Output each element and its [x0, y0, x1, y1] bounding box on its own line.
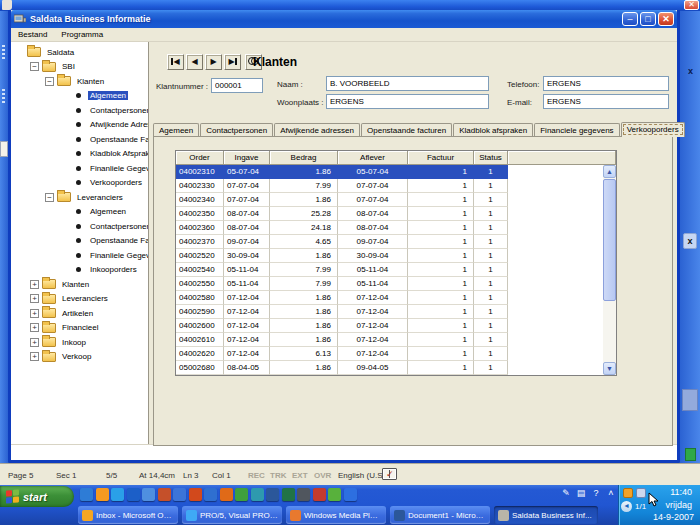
background-scrollbar-thumb[interactable]: [682, 389, 698, 411]
column-header-factuur[interactable]: Factuur: [408, 151, 474, 165]
quicklaunch-icon-3[interactable]: [111, 488, 124, 501]
close-icon[interactable]: x: [688, 66, 693, 76]
tray-icon-2[interactable]: ▤: [575, 488, 587, 498]
expand-toggle-icon[interactable]: +: [30, 294, 39, 303]
quicklaunch-icon-12[interactable]: [251, 488, 264, 501]
quicklaunch-icon-16[interactable]: [313, 488, 326, 501]
app-titlebar[interactable]: Saldata Business Informatie – □ ✕: [11, 10, 677, 28]
expand-toggle-icon[interactable]: +: [30, 338, 39, 347]
tree-item-inkoop[interactable]: +Inkoop: [11, 335, 148, 350]
first-record-button[interactable]: ◀: [167, 54, 184, 70]
tree-item-verkoop[interactable]: +Verkoop: [11, 350, 148, 365]
naam-field[interactable]: [326, 76, 489, 91]
table-row-05002680[interactable]: 0500268008-04-051.8609-04-0511: [176, 361, 603, 375]
scroll-down-icon[interactable]: ▼: [603, 362, 616, 375]
tree-item-kladblok-afspraken[interactable]: Kladblok Afspraken: [11, 147, 148, 162]
quicklaunch-icon-8[interactable]: [189, 488, 202, 501]
email-field[interactable]: [543, 94, 669, 109]
expand-toggle-icon[interactable]: +: [30, 323, 39, 332]
status-mode-ovr[interactable]: OVR: [314, 471, 331, 480]
tray-icon-3[interactable]: ?: [590, 488, 602, 498]
tree-item-finanliele-gegevens[interactable]: Finanliele Gegevens: [11, 161, 148, 176]
quicklaunch-icon-2[interactable]: [96, 488, 109, 501]
menu-bestand[interactable]: Bestand: [11, 30, 54, 39]
status-mode-ext[interactable]: EXT: [292, 471, 308, 480]
tree-item-klanten[interactable]: −Klanten: [11, 74, 148, 89]
tab-openstaande-facturen[interactable]: Openstaande facturen: [361, 123, 452, 137]
quicklaunch-icon-17[interactable]: [328, 488, 341, 501]
table-row-04002310[interactable]: 0400231005-07-041.8605-07-0411: [176, 165, 603, 179]
quicklaunch-icon-15[interactable]: [297, 488, 310, 501]
tab-agemeen[interactable]: Agemeen: [153, 123, 199, 137]
collapse-toggle-icon[interactable]: −: [45, 77, 54, 86]
telefoon-field[interactable]: [543, 76, 669, 91]
background-close-icon[interactable]: ✕: [684, 0, 699, 10]
tray-outlook-icon[interactable]: [623, 488, 633, 498]
tree-item-inkooporders[interactable]: Inkooporders: [11, 263, 148, 278]
tray-icon-4[interactable]: ˄: [605, 488, 617, 498]
table-row-04002330[interactable]: 0400233007-07-047.9907-07-0411: [176, 179, 603, 193]
tree-item-artikelen[interactable]: +Artikelen: [11, 306, 148, 321]
quicklaunch-icon-11[interactable]: [235, 488, 248, 501]
quicklaunch-icon-10[interactable]: [220, 488, 233, 501]
maximize-button[interactable]: □: [640, 12, 656, 26]
previous-record-button[interactable]: ◀: [186, 54, 203, 70]
taskbar-button-document1-microso[interactable]: Document1 - Microso...: [390, 506, 490, 524]
column-header-order[interactable]: Order: [176, 151, 224, 165]
table-row-04002520[interactable]: 0400252030-09-041.8630-09-0411: [176, 249, 603, 263]
spellcheck-book-icon[interactable]: [382, 468, 397, 480]
tray-icon-1[interactable]: ✎: [560, 488, 572, 498]
table-row-04002360[interactable]: 0400236008-07-0424.1808-07-0411: [176, 221, 603, 235]
quicklaunch-icon-9[interactable]: [204, 488, 217, 501]
tree-item-sbi[interactable]: −SBI: [11, 60, 148, 75]
quicklaunch-icon-18[interactable]: [344, 488, 357, 501]
collapse-toggle-icon[interactable]: −: [45, 193, 54, 202]
quicklaunch-icon-14[interactable]: [282, 488, 295, 501]
tree-item-financieel[interactable]: +Financieel: [11, 321, 148, 336]
last-record-button[interactable]: ▶: [224, 54, 241, 70]
tree-item-algemeen[interactable]: Algemeen: [11, 205, 148, 220]
taskbar-button-windows-media-player[interactable]: Windows Media Player: [286, 506, 386, 524]
tab-financiele-gegevens[interactable]: Financiele gegevens: [534, 123, 619, 137]
tree-item-openstaande-facturen[interactable]: Openstaande Facturen: [11, 132, 148, 147]
column-header-ingave[interactable]: Ingave: [224, 151, 270, 165]
taskbar-button-pro-5-visual-pro-5[interactable]: PRO/5, Visual PRO/5...: [182, 506, 282, 524]
menu-programma[interactable]: Programma: [54, 30, 110, 39]
tray-display-icon[interactable]: [636, 488, 646, 498]
column-header-bedrag[interactable]: Bedrag: [270, 151, 338, 165]
tree-item-saldata[interactable]: Saldata: [11, 45, 148, 60]
next-record-button[interactable]: ▶: [205, 54, 222, 70]
quicklaunch-icon-4[interactable]: [127, 488, 140, 501]
toolbar-gripper[interactable]: [2, 89, 5, 105]
tree-item-klanten[interactable]: +Klanten: [11, 277, 148, 292]
table-row-04002370[interactable]: 0400237009-07-044.6509-07-0411: [176, 235, 603, 249]
tree-item-afwijkende-adressen[interactable]: Afwijkende Adressen: [11, 118, 148, 133]
tab-kladblok-afspraken[interactable]: Kladblok afspraken: [453, 123, 533, 137]
expand-toggle-icon[interactable]: +: [30, 352, 39, 361]
grid-scrollbar[interactable]: ▲ ▼: [603, 165, 616, 375]
start-button[interactable]: start: [0, 486, 74, 507]
tree-item-openstaande-facturen[interactable]: Openstaande Facturen: [11, 234, 148, 249]
expand-toggle-icon[interactable]: +: [30, 280, 39, 289]
table-row-04002550[interactable]: 0400255005-11-047.9905-11-0411: [176, 277, 603, 291]
taskbar-button-saldata-business-inf[interactable]: Saldata Business Inf...: [494, 506, 598, 524]
table-row-04002600[interactable]: 0400260007-12-041.8607-12-0411: [176, 319, 603, 333]
background-toolbar-button[interactable]: [0, 141, 8, 157]
tree-item-verkooporders[interactable]: Verkooporders: [11, 176, 148, 191]
tree-item-algemeen[interactable]: Algemeen: [11, 89, 148, 104]
close-button[interactable]: ✕: [658, 12, 674, 26]
tab-verkooporders[interactable]: Verkooporders: [621, 122, 685, 137]
toolbar-gripper[interactable]: [2, 45, 5, 61]
tab-afwijkende-adressen[interactable]: Afwijkende adressen: [274, 123, 360, 137]
quicklaunch-icon-1[interactable]: [80, 488, 93, 501]
tab-contactpersonen[interactable]: Contactpersonen: [200, 123, 273, 137]
table-row-04002340[interactable]: 0400234007-07-041.8607-07-0411: [176, 193, 603, 207]
quicklaunch-icon-13[interactable]: [266, 488, 279, 501]
table-row-04002580[interactable]: 0400258007-12-041.8607-12-0411: [176, 291, 603, 305]
taskbar-button-inbox-microsoft-ou[interactable]: Inbox - Microsoft Ou...: [78, 506, 178, 524]
status-mode-rec[interactable]: REC: [248, 471, 265, 480]
tree-item-leveranciers[interactable]: +Leveranciers: [11, 292, 148, 307]
woonplaats-field[interactable]: [326, 94, 489, 109]
table-row-04002620[interactable]: 0400262007-12-046.1307-12-0411: [176, 347, 603, 361]
column-header-aflever[interactable]: Aflever: [338, 151, 408, 165]
